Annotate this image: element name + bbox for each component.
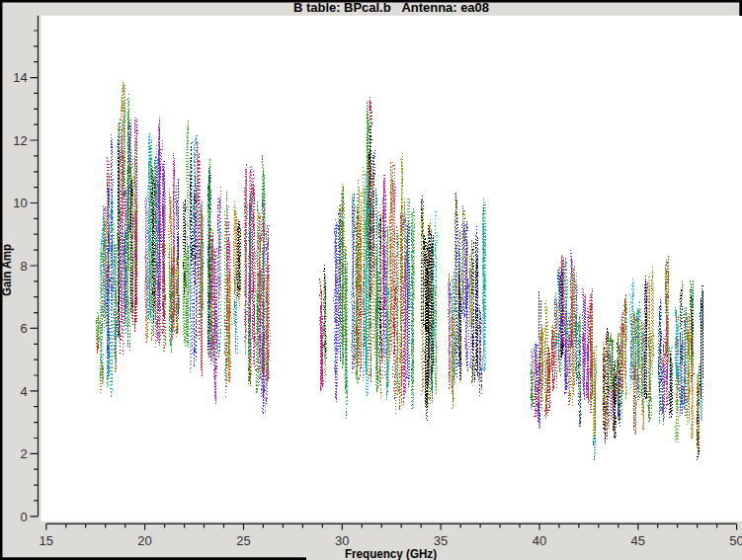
svg-text:40: 40 (533, 533, 546, 548)
svg-text:30: 30 (335, 533, 349, 548)
svg-text:Frequency (GHz): Frequency (GHz) (345, 547, 437, 560)
svg-text:35: 35 (434, 533, 448, 548)
svg-text:2: 2 (21, 446, 28, 461)
svg-text:14: 14 (13, 70, 27, 85)
svg-text:6: 6 (21, 321, 28, 336)
svg-text:0: 0 (21, 510, 28, 524)
svg-text:10: 10 (13, 196, 27, 210)
svg-text:50: 50 (729, 533, 742, 548)
svg-text:4: 4 (21, 384, 28, 399)
svg-text:B table: BPcal.b Antenna: ea: B table: BPcal.b Antenna: ea08 (293, 0, 489, 15)
svg-text:20: 20 (137, 533, 151, 548)
svg-text:45: 45 (631, 533, 645, 548)
svg-text:Gain Amp: Gain Amp (0, 244, 14, 296)
svg-text:8: 8 (21, 259, 28, 274)
svg-text:12: 12 (13, 133, 27, 148)
svg-text:15: 15 (40, 533, 53, 548)
svg-text:25: 25 (236, 533, 250, 548)
